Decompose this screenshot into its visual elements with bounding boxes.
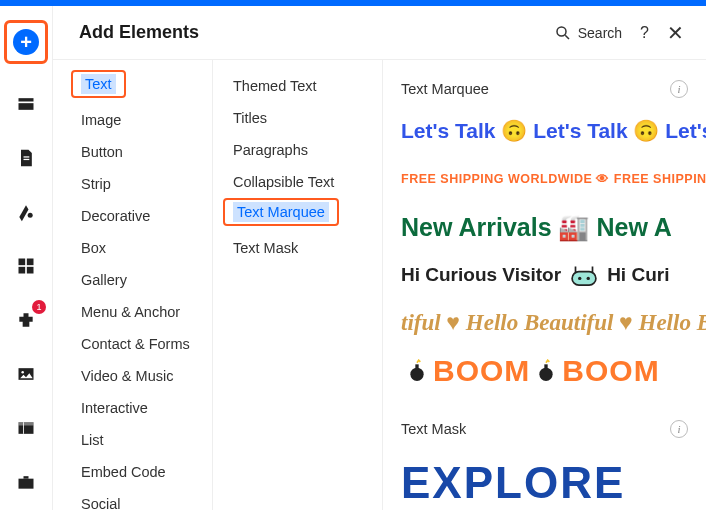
sub-text-mask[interactable]: Text Mask xyxy=(223,232,382,264)
category-list[interactable]: List xyxy=(71,424,212,456)
category-strip[interactable]: Strip xyxy=(71,168,212,200)
left-rail: + 1 xyxy=(0,6,52,510)
svg-point-22 xyxy=(540,368,553,381)
grid-icon xyxy=(16,256,36,276)
preview-curious[interactable]: Hi Curious Visitor Hi Curi xyxy=(401,256,706,294)
rail-sections-button[interactable] xyxy=(12,90,40,118)
add-elements-panel: Add Elements Search ? ✕ Text Image Butto… xyxy=(52,6,706,510)
preview-column: Text Marquee i Let's Talk 🙃 Let's Talk 🙃… xyxy=(383,60,706,510)
subcategory-list: Themed Text Titles Paragraphs Collapsibl… xyxy=(213,60,383,510)
sub-themed-text[interactable]: Themed Text xyxy=(223,70,382,102)
rail-pages-button[interactable] xyxy=(12,144,40,172)
category-interactive[interactable]: Interactive xyxy=(71,392,212,424)
sub-collapsible-text[interactable]: Collapsible Text xyxy=(223,166,382,198)
svg-rect-5 xyxy=(19,259,26,266)
category-social[interactable]: Social xyxy=(71,488,212,510)
svg-rect-17 xyxy=(572,272,596,286)
sub-titles[interactable]: Titles xyxy=(223,102,382,134)
help-button[interactable]: ? xyxy=(640,24,649,42)
design-icon xyxy=(16,202,36,222)
rail-addons-button[interactable]: 1 xyxy=(12,306,40,334)
svg-point-20 xyxy=(410,368,423,381)
close-button[interactable]: ✕ xyxy=(667,21,684,45)
rail-business-button[interactable] xyxy=(12,468,40,496)
search-icon xyxy=(554,24,572,42)
rail-apps-button[interactable] xyxy=(12,252,40,280)
svg-point-19 xyxy=(587,277,590,280)
svg-rect-3 xyxy=(24,159,30,160)
panel-title: Add Elements xyxy=(79,22,554,43)
image-icon xyxy=(16,364,36,384)
sub-paragraphs[interactable]: Paragraphs xyxy=(223,134,382,166)
category-list: Text Image Button Strip Decorative Box G… xyxy=(53,60,213,510)
sub-text-marquee[interactable]: Text Marquee xyxy=(223,198,339,226)
category-menu-anchor[interactable]: Menu & Anchor xyxy=(71,296,212,328)
category-image[interactable]: Image xyxy=(71,104,212,136)
rail-media-button[interactable] xyxy=(12,360,40,388)
svg-point-18 xyxy=(578,277,581,280)
svg-rect-1 xyxy=(19,103,34,110)
page-icon xyxy=(16,148,36,168)
preview-boom[interactable]: BOOM BOOM xyxy=(401,352,706,390)
mask-section-header: Text Mask i xyxy=(383,410,706,452)
category-embed-code[interactable]: Embed Code xyxy=(71,456,212,488)
marquee-previews: Let's Talk 🙃 Let's Talk 🙃 Let's FREE SHI… xyxy=(383,112,706,410)
category-button[interactable]: Button xyxy=(71,136,212,168)
svg-point-10 xyxy=(21,371,24,374)
svg-rect-0 xyxy=(19,98,34,101)
briefcase-icon xyxy=(16,472,36,492)
preview-explore[interactable]: EXPLORE xyxy=(383,452,706,508)
plus-icon: + xyxy=(13,29,39,55)
svg-rect-14 xyxy=(19,479,34,489)
info-icon[interactable]: i xyxy=(670,80,688,98)
bunny-icon xyxy=(567,263,601,287)
search-button[interactable]: Search xyxy=(554,24,622,42)
preview-letstalk[interactable]: Let's Talk 🙃 Let's Talk 🙃 Let's xyxy=(401,112,706,150)
preview-shipping[interactable]: FREE SHIPPING WORLDWIDE 👁 FREE SHIPPIN xyxy=(401,160,706,198)
bomb-icon xyxy=(536,359,556,383)
marquee-section-title: Text Marquee xyxy=(401,81,489,97)
svg-rect-7 xyxy=(19,267,26,274)
svg-line-16 xyxy=(565,35,569,39)
category-contact-forms[interactable]: Contact & Forms xyxy=(71,328,212,360)
category-text[interactable]: Text xyxy=(71,70,126,98)
preview-beautiful[interactable]: tiful ♥ Hello Beautiful ♥ Hello B xyxy=(401,304,706,342)
category-decorative[interactable]: Decorative xyxy=(71,200,212,232)
svg-rect-12 xyxy=(19,422,34,425)
sections-icon xyxy=(16,94,36,114)
panel-header: Add Elements Search ? ✕ xyxy=(53,6,706,60)
svg-rect-2 xyxy=(24,156,30,157)
search-label: Search xyxy=(578,25,622,41)
marquee-section-header: Text Marquee i xyxy=(383,70,706,112)
table-icon xyxy=(16,418,36,438)
info-icon[interactable]: i xyxy=(670,420,688,438)
bomb-icon xyxy=(407,359,427,383)
svg-rect-21 xyxy=(415,364,418,369)
svg-point-15 xyxy=(557,27,566,36)
notification-badge: 1 xyxy=(32,300,46,314)
puzzle-icon xyxy=(16,310,36,330)
svg-rect-8 xyxy=(27,267,34,274)
add-elements-button[interactable]: + xyxy=(4,20,48,64)
rail-cms-button[interactable] xyxy=(12,414,40,442)
category-video-music[interactable]: Video & Music xyxy=(71,360,212,392)
category-box[interactable]: Box xyxy=(71,232,212,264)
svg-point-4 xyxy=(28,213,33,218)
svg-rect-23 xyxy=(545,364,548,369)
category-gallery[interactable]: Gallery xyxy=(71,264,212,296)
mask-section-title: Text Mask xyxy=(401,421,466,437)
svg-rect-6 xyxy=(27,259,34,266)
preview-arrivals[interactable]: New Arrivals 🏭 New A xyxy=(401,208,706,246)
rail-design-button[interactable] xyxy=(12,198,40,226)
